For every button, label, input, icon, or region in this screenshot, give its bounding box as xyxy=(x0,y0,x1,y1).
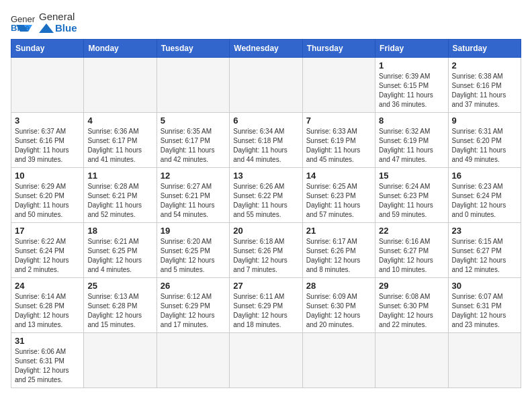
calendar-day-cell: 10Sunrise: 6:29 AM Sunset: 6:20 PM Dayli… xyxy=(11,168,84,223)
calendar-day-cell: 22Sunrise: 6:16 AM Sunset: 6:27 PM Dayli… xyxy=(375,223,448,278)
day-number: 3 xyxy=(15,116,80,126)
calendar-day-cell: 27Sunrise: 6:11 AM Sunset: 6:29 PM Dayli… xyxy=(230,278,302,333)
day-info: Sunrise: 6:39 AM Sunset: 6:15 PM Dayligh… xyxy=(379,72,444,109)
day-info: Sunrise: 6:32 AM Sunset: 6:19 PM Dayligh… xyxy=(379,127,444,165)
day-number: 8 xyxy=(379,116,444,126)
day-number: 20 xyxy=(233,226,298,236)
calendar-week-row: 17Sunrise: 6:22 AM Sunset: 6:24 PM Dayli… xyxy=(11,223,521,278)
day-info: Sunrise: 6:33 AM Sunset: 6:19 PM Dayligh… xyxy=(306,127,371,165)
calendar-day-cell: 20Sunrise: 6:18 AM Sunset: 6:26 PM Dayli… xyxy=(230,223,302,278)
day-number: 27 xyxy=(233,281,298,291)
day-info: Sunrise: 6:37 AM Sunset: 6:16 PM Dayligh… xyxy=(15,127,80,165)
day-info: Sunrise: 6:17 AM Sunset: 6:26 PM Dayligh… xyxy=(306,237,371,275)
day-number: 28 xyxy=(306,281,371,291)
calendar-day-cell xyxy=(302,58,375,113)
day-info: Sunrise: 6:22 AM Sunset: 6:24 PM Dayligh… xyxy=(15,237,80,275)
svg-marker-4 xyxy=(39,24,54,33)
day-number: 26 xyxy=(161,281,226,291)
calendar-day-cell: 8Sunrise: 6:32 AM Sunset: 6:19 PM Daylig… xyxy=(375,113,448,168)
day-number: 16 xyxy=(452,171,517,181)
header: General Blue General Blue xyxy=(11,11,521,34)
day-number: 17 xyxy=(15,226,80,236)
day-info: Sunrise: 6:13 AM Sunset: 6:28 PM Dayligh… xyxy=(87,292,152,330)
calendar-day-cell xyxy=(157,58,229,113)
day-info: Sunrise: 6:18 AM Sunset: 6:26 PM Dayligh… xyxy=(233,237,298,275)
calendar-header-sunday: Sunday xyxy=(11,40,84,58)
day-info: Sunrise: 6:12 AM Sunset: 6:29 PM Dayligh… xyxy=(161,292,226,330)
calendar-day-cell xyxy=(375,333,448,388)
day-info: Sunrise: 6:35 AM Sunset: 6:17 PM Dayligh… xyxy=(161,127,226,165)
logo-triangle-icon xyxy=(39,24,54,33)
calendar-day-cell: 2Sunrise: 6:38 AM Sunset: 6:16 PM Daylig… xyxy=(448,58,521,113)
calendar-day-cell: 21Sunrise: 6:17 AM Sunset: 6:26 PM Dayli… xyxy=(302,223,375,278)
calendar-day-cell: 7Sunrise: 6:33 AM Sunset: 6:19 PM Daylig… xyxy=(302,113,375,168)
day-number: 18 xyxy=(87,226,152,236)
day-number: 14 xyxy=(306,171,371,181)
calendar-day-cell: 13Sunrise: 6:26 AM Sunset: 6:22 PM Dayli… xyxy=(230,168,302,223)
day-info: Sunrise: 6:06 AM Sunset: 6:31 PM Dayligh… xyxy=(15,347,80,385)
day-info: Sunrise: 6:11 AM Sunset: 6:29 PM Dayligh… xyxy=(233,292,298,330)
day-number: 24 xyxy=(15,281,80,291)
calendar-day-cell: 17Sunrise: 6:22 AM Sunset: 6:24 PM Dayli… xyxy=(11,223,84,278)
calendar-day-cell: 4Sunrise: 6:36 AM Sunset: 6:17 PM Daylig… xyxy=(84,113,157,168)
day-info: Sunrise: 6:28 AM Sunset: 6:21 PM Dayligh… xyxy=(87,182,152,220)
calendar-day-cell: 6Sunrise: 6:34 AM Sunset: 6:18 PM Daylig… xyxy=(230,113,302,168)
day-number: 4 xyxy=(87,116,152,126)
calendar-day-cell: 28Sunrise: 6:09 AM Sunset: 6:30 PM Dayli… xyxy=(302,278,375,333)
calendar-day-cell: 23Sunrise: 6:15 AM Sunset: 6:27 PM Dayli… xyxy=(448,223,521,278)
calendar-day-cell: 25Sunrise: 6:13 AM Sunset: 6:28 PM Dayli… xyxy=(84,278,157,333)
day-info: Sunrise: 6:08 AM Sunset: 6:30 PM Dayligh… xyxy=(379,292,444,330)
day-info: Sunrise: 6:15 AM Sunset: 6:27 PM Dayligh… xyxy=(452,237,517,275)
calendar-day-cell xyxy=(230,58,302,113)
day-number: 13 xyxy=(233,171,298,181)
day-number: 30 xyxy=(452,281,517,291)
calendar-week-row: 24Sunrise: 6:14 AM Sunset: 6:28 PM Dayli… xyxy=(11,278,521,333)
day-info: Sunrise: 6:14 AM Sunset: 6:28 PM Dayligh… xyxy=(15,292,80,330)
calendar-day-cell: 18Sunrise: 6:21 AM Sunset: 6:25 PM Dayli… xyxy=(84,223,157,278)
calendar-week-row: 31Sunrise: 6:06 AM Sunset: 6:31 PM Dayli… xyxy=(11,333,521,388)
calendar-header-monday: Monday xyxy=(84,40,157,58)
calendar-day-cell xyxy=(302,333,375,388)
calendar-header-tuesday: Tuesday xyxy=(157,40,229,58)
calendar-day-cell: 9Sunrise: 6:31 AM Sunset: 6:20 PM Daylig… xyxy=(448,113,521,168)
calendar-header-saturday: Saturday xyxy=(448,40,521,58)
day-info: Sunrise: 6:34 AM Sunset: 6:18 PM Dayligh… xyxy=(233,127,298,165)
calendar-day-cell: 24Sunrise: 6:14 AM Sunset: 6:28 PM Dayli… xyxy=(11,278,84,333)
day-number: 1 xyxy=(379,60,444,71)
calendar-week-row: 1Sunrise: 6:39 AM Sunset: 6:15 PM Daylig… xyxy=(11,58,521,113)
logo-blue: Blue xyxy=(55,22,77,34)
logo-general: General xyxy=(39,11,75,22)
day-number: 29 xyxy=(379,281,444,291)
day-number: 7 xyxy=(306,116,371,126)
day-number: 21 xyxy=(306,226,371,236)
day-number: 10 xyxy=(15,171,80,181)
day-number: 9 xyxy=(452,116,517,126)
day-number: 2 xyxy=(452,60,517,71)
calendar-day-cell xyxy=(84,333,157,388)
day-info: Sunrise: 6:36 AM Sunset: 6:17 PM Dayligh… xyxy=(87,127,152,165)
calendar-day-cell: 12Sunrise: 6:27 AM Sunset: 6:21 PM Dayli… xyxy=(157,168,229,223)
day-number: 15 xyxy=(379,171,444,181)
day-number: 31 xyxy=(15,336,80,346)
calendar-day-cell: 31Sunrise: 6:06 AM Sunset: 6:31 PM Dayli… xyxy=(11,333,84,388)
day-number: 12 xyxy=(161,171,226,181)
day-info: Sunrise: 6:07 AM Sunset: 6:31 PM Dayligh… xyxy=(452,292,517,330)
day-info: Sunrise: 6:23 AM Sunset: 6:24 PM Dayligh… xyxy=(452,182,517,220)
day-info: Sunrise: 6:09 AM Sunset: 6:30 PM Dayligh… xyxy=(306,292,371,330)
svg-text:Blue: Blue xyxy=(11,23,30,32)
calendar-day-cell: 19Sunrise: 6:20 AM Sunset: 6:25 PM Dayli… xyxy=(157,223,229,278)
calendar-day-cell xyxy=(11,58,84,113)
calendar-day-cell: 11Sunrise: 6:28 AM Sunset: 6:21 PM Dayli… xyxy=(84,168,157,223)
calendar-day-cell: 29Sunrise: 6:08 AM Sunset: 6:30 PM Dayli… xyxy=(375,278,448,333)
calendar-header-row: SundayMondayTuesdayWednesdayThursdayFrid… xyxy=(11,40,521,58)
calendar-day-cell xyxy=(448,333,521,388)
day-number: 23 xyxy=(452,226,517,236)
calendar-day-cell: 16Sunrise: 6:23 AM Sunset: 6:24 PM Dayli… xyxy=(448,168,521,223)
calendar-day-cell: 14Sunrise: 6:25 AM Sunset: 6:23 PM Dayli… xyxy=(302,168,375,223)
calendar-day-cell: 15Sunrise: 6:24 AM Sunset: 6:23 PM Dayli… xyxy=(375,168,448,223)
day-info: Sunrise: 6:38 AM Sunset: 6:16 PM Dayligh… xyxy=(452,72,517,109)
logo: General Blue General Blue xyxy=(11,11,77,34)
day-number: 25 xyxy=(87,281,152,291)
day-info: Sunrise: 6:31 AM Sunset: 6:20 PM Dayligh… xyxy=(452,127,517,165)
generalblue-logo-icon: General Blue xyxy=(11,13,35,32)
